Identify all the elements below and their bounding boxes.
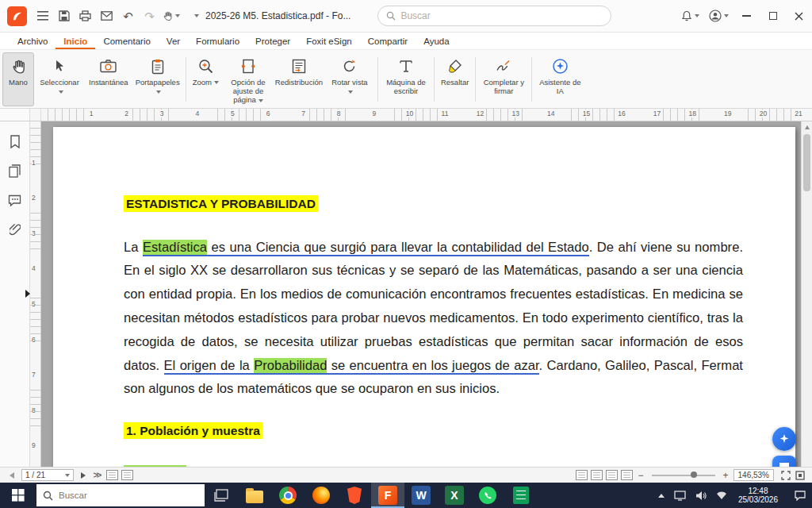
foxit-taskbar-icon[interactable]: F [371,483,404,508]
undo-icon[interactable]: ↶ [117,6,139,26]
doc-heading-2: 1. Población y muestra [124,424,743,438]
clock-time: 12:48 [738,487,778,496]
tool-hand[interactable]: Mano [2,52,34,106]
titlebar-search[interactable] [377,6,611,26]
taskbar-clock[interactable]: 12:48 25/03/2026 [732,487,784,505]
tray-expand-icon[interactable] [653,494,669,498]
tool-fill-sign[interactable]: Completar y firmar [478,52,529,106]
chat-float-button[interactable] [772,456,796,467]
rotate-icon [342,56,357,76]
menu-tab-foxit-esign[interactable]: Foxit eSign [298,34,360,49]
tool-zoom[interactable]: Zoom [189,52,223,106]
ruler-v-numbers: 123456789 [30,121,41,467]
zoom-value-box[interactable]: 146,53% [733,469,774,481]
whatsapp-icon[interactable] [471,483,504,508]
tool-select[interactable]: Seleccionar [34,52,85,106]
document-tab-title: 2025-26 M5. Estadistica.pdf - Fo... [205,10,350,21]
excel-icon[interactable]: X [438,483,471,508]
tool-ai-assistant[interactable]: Asistente de IA [534,52,585,106]
page-layout-icon-1[interactable] [106,470,118,480]
ruler-corner [0,109,30,121]
previous-page-button[interactable] [5,469,19,482]
page-number-box[interactable]: 1 / 21 [21,469,74,481]
titlebar-search-input[interactable] [400,10,603,21]
action-center-icon[interactable] [788,491,812,501]
menu-icon[interactable] [32,6,53,26]
tool-clipboard[interactable]: Portapapeles [132,52,183,106]
menu-tab-compartir[interactable]: Compartir [360,34,416,49]
single-page-view-icon[interactable] [576,470,588,480]
doc-paragraph-2: Población es el colectivo sobre el que s… [124,461,743,467]
menu-bar: Archivo Inicio Comentario Ver Formulario… [0,33,812,50]
last-page-button[interactable]: ≫ [90,469,105,482]
taskbar-search[interactable] [36,484,205,506]
tool-reflow[interactable]: Redistribución [274,52,324,106]
tool-rotate-view[interactable]: Rotar vista [324,52,375,106]
minimize-button[interactable] [733,0,760,32]
mail-icon[interactable] [96,6,117,26]
navigation-panel [0,121,30,467]
facing-view-icon[interactable] [606,470,618,480]
restore-button[interactable] [760,0,786,32]
ai-assistant-icon [552,56,569,76]
zoom-in-button[interactable]: + [720,470,732,481]
zoom-slider[interactable] [652,475,715,476]
close-button[interactable] [786,0,812,32]
document-viewport[interactable]: ESTADISTICA Y PROBABILIDAD La Estadístic… [41,121,801,467]
comments-icon[interactable] [5,190,25,212]
tool-typewriter[interactable]: Máquina de escribir [381,52,431,106]
print-icon[interactable] [75,6,96,26]
attachments-icon[interactable] [5,219,25,241]
ribbon-separator [186,57,186,102]
pages-thumbnails-icon[interactable] [5,160,25,183]
scroll-up-arrow[interactable] [805,125,810,129]
menu-tab-formulario[interactable]: Formulario [188,34,247,49]
vertical-scrollbar[interactable] [801,121,812,467]
pdf-page[interactable]: ESTADISTICA Y PROBABILIDAD La Estadístic… [53,127,795,467]
menu-tab-ayuda[interactable]: Ayuda [416,34,457,49]
tool-fit-page[interactable]: Opción de ajuste de página [223,52,274,106]
fullscreen-icon[interactable] [793,469,807,482]
menu-tab-ver[interactable]: Ver [159,34,188,49]
search-icon [43,491,53,501]
display-tray-icon[interactable] [669,491,691,501]
tool-snapshot[interactable]: Instantánea [85,52,132,106]
zoom-out-button[interactable]: − [634,470,646,481]
page-layout-icon-2[interactable] [121,470,133,480]
chrome-icon[interactable] [271,483,304,508]
zoom-slider-thumb[interactable] [691,471,697,478]
fit-screen-icon[interactable] [779,469,793,482]
network-tray-icon[interactable] [711,491,732,500]
word-icon[interactable]: W [404,483,438,508]
brave-icon[interactable] [338,483,371,508]
hand-tool-quick-icon[interactable] [160,6,182,26]
task-view-button[interactable] [205,483,238,508]
hand-icon [11,56,26,76]
redo-icon[interactable]: ↷ [139,6,160,26]
ribbon-separator [475,57,476,102]
save-icon[interactable] [53,6,75,26]
notifications-bell-icon[interactable] [676,0,704,32]
scrollbar-thumb[interactable] [803,134,810,191]
sheets-icon[interactable] [504,483,538,508]
start-button[interactable] [0,483,36,508]
volume-tray-icon[interactable] [691,491,711,501]
menu-tab-comentario[interactable]: Comentario [95,34,158,49]
book-view-icon[interactable] [621,470,633,480]
ai-assistant-float-button[interactable] [772,427,796,451]
tool-highlight[interactable]: Resaltar [437,52,473,106]
page-indicator: 1 / 21 [25,471,45,479]
ribbon-separator [531,57,532,102]
menu-tab-proteger[interactable]: Proteger [247,34,298,49]
file-explorer-icon[interactable] [238,483,271,508]
document-tab[interactable]: 2025-26 M5. Estadistica.pdf - Fo... [194,10,350,21]
taskbar-search-input[interactable] [59,491,198,500]
continuous-view-icon[interactable] [591,470,603,480]
firefox-icon[interactable] [304,483,338,508]
menu-tab-inicio[interactable]: Inicio [56,34,95,49]
menu-tab-archivo[interactable]: Archivo [10,34,56,49]
next-page-button[interactable] [76,469,90,482]
account-avatar-icon[interactable] [704,0,733,32]
title-bar: ↶ ↷ 2025-26 M5. Estadistica.pdf - Fo... [0,0,812,33]
bookmarks-icon[interactable] [5,131,25,153]
